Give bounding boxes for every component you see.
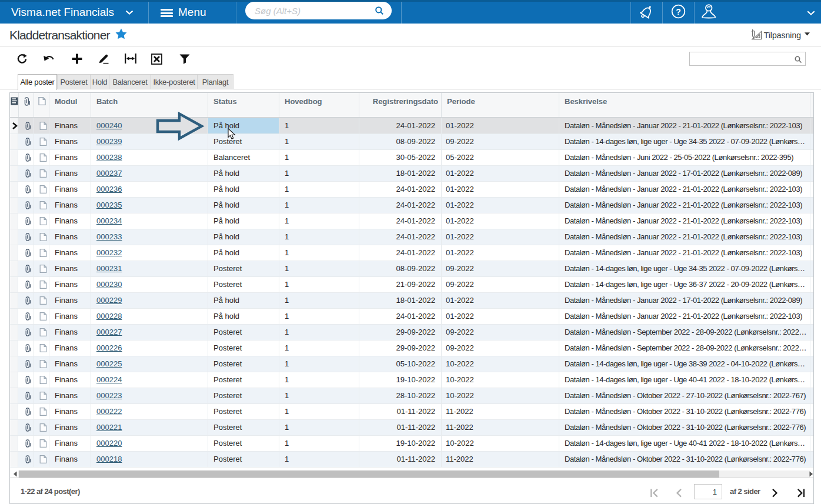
svg-text:?: ?	[676, 7, 681, 16]
